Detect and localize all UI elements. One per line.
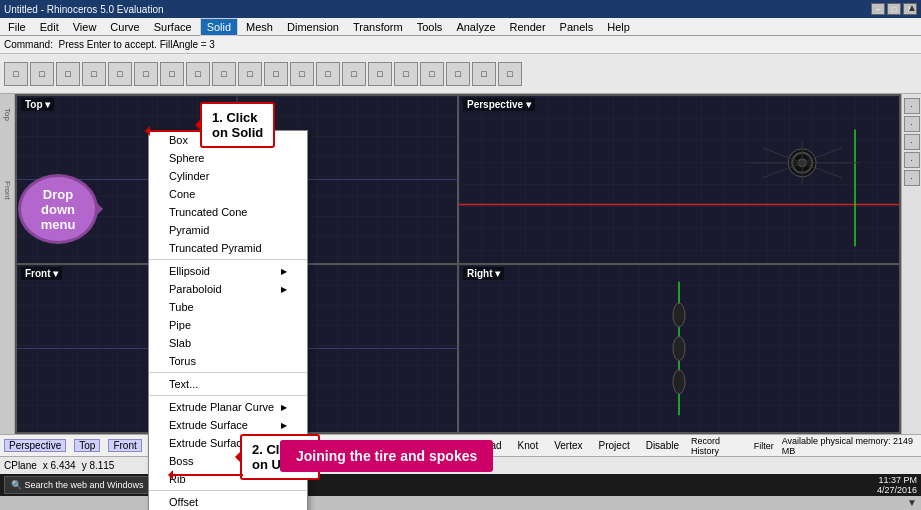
separator-2 — [149, 372, 307, 373]
menu-item-pipe[interactable]: Pipe — [149, 316, 307, 334]
status-vertex[interactable]: Vertex — [550, 440, 586, 451]
right-btn-2[interactable]: · — [904, 116, 920, 132]
toolbar-btn-10[interactable]: □ — [238, 62, 262, 86]
callout-click-solid: 1. Click on Solid — [200, 102, 275, 148]
arrow-to-union — [168, 460, 248, 490]
title-bar: Untitled - Rhinoceros 5.0 Evaluation − □… — [0, 0, 921, 18]
scroll-down[interactable]: ▼ — [907, 497, 917, 508]
minimize-button[interactable]: − — [871, 3, 885, 15]
menu-solid[interactable]: Solid — [200, 18, 238, 36]
svg-point-22 — [673, 303, 685, 327]
svg-point-24 — [673, 370, 685, 394]
viewport-perspective-label: Perspective ▾ — [463, 98, 535, 111]
menu-item-sphere[interactable]: Sphere — [149, 149, 307, 167]
toolbar: □ □ □ □ □ □ □ □ □ □ □ □ □ □ □ □ □ □ □ □ — [0, 54, 921, 94]
command-bar: Command: Press Enter to accept. FillAngl… — [0, 36, 921, 54]
scroll-up[interactable]: ▲ — [907, 2, 917, 13]
toolbar-btn-16[interactable]: □ — [394, 62, 418, 86]
status-knot[interactable]: Knot — [514, 440, 543, 451]
viewport-right[interactable]: Right ▾ — [459, 265, 899, 432]
toolbar-btn-12[interactable]: □ — [290, 62, 314, 86]
callout-dropdown-text: Drop down menu — [33, 187, 83, 232]
toolbar-btn-5[interactable]: □ — [108, 62, 132, 86]
viewport-perspective[interactable]: Perspective ▾ — [459, 96, 899, 263]
callout-dropdown-bubble: Drop down menu — [18, 174, 98, 244]
menu-item-pyramid[interactable]: Pyramid — [149, 221, 307, 239]
toolbar-btn-14[interactable]: □ — [342, 62, 366, 86]
right-btn-5[interactable]: · — [904, 170, 920, 186]
toolbar-btn-3[interactable]: □ — [56, 62, 80, 86]
menu-item-torus[interactable]: Torus — [149, 352, 307, 370]
toolbar-btn-6[interactable]: □ — [134, 62, 158, 86]
toolbar-btn-1[interactable]: □ — [4, 62, 28, 86]
y-coord: y 8.115 — [82, 460, 115, 471]
menu-analyze[interactable]: Analyze — [450, 18, 501, 36]
clock-date: 4/27/2016 — [877, 485, 917, 495]
status-project[interactable]: Project — [595, 440, 634, 451]
toolbar-btn-18[interactable]: □ — [446, 62, 470, 86]
menu-item-offset[interactable]: Offset — [149, 493, 307, 510]
menu-item-cone[interactable]: Cone — [149, 185, 307, 203]
menu-item-paraboloid[interactable]: Paraboloid ▶ — [149, 280, 307, 298]
menu-item-slab[interactable]: Slab — [149, 334, 307, 352]
status-disable[interactable]: Disable — [642, 440, 683, 451]
toolbar-btn-19[interactable]: □ — [472, 62, 496, 86]
viewport-right-label: Right ▾ — [463, 267, 504, 280]
right-btn-3[interactable]: · — [904, 134, 920, 150]
menu-curve[interactable]: Curve — [104, 18, 145, 36]
menu-mesh[interactable]: Mesh — [240, 18, 279, 36]
maximize-button[interactable]: □ — [887, 3, 901, 15]
right-btn-1[interactable]: · — [904, 98, 920, 114]
menu-item-extrude-surface[interactable]: Extrude Surface ▶ — [149, 416, 307, 434]
menu-item-tube[interactable]: Tube — [149, 298, 307, 316]
menu-panels[interactable]: Panels — [554, 18, 600, 36]
command-text: Press Enter to accept. FillAngle = 3 — [58, 39, 214, 50]
toolbar-btn-11[interactable]: □ — [264, 62, 288, 86]
filter-label[interactable]: Filter — [754, 441, 774, 451]
x-coord: x 6.434 — [43, 460, 76, 471]
toolbar-btn-13[interactable]: □ — [316, 62, 340, 86]
toolbar-btn-17[interactable]: □ — [420, 62, 444, 86]
separator-3 — [149, 395, 307, 396]
menu-item-cylinder[interactable]: Cylinder — [149, 167, 307, 185]
menu-tools[interactable]: Tools — [411, 18, 449, 36]
menu-render[interactable]: Render — [504, 18, 552, 36]
status-top[interactable]: Top — [74, 439, 100, 452]
toolbar-btn-20[interactable]: □ — [498, 62, 522, 86]
status-perspective[interactable]: Perspective — [4, 439, 66, 452]
menu-edit[interactable]: Edit — [34, 18, 65, 36]
toolbar-btn-4[interactable]: □ — [82, 62, 106, 86]
menu-item-truncated-cone[interactable]: Truncated Cone — [149, 203, 307, 221]
command-label: Command: — [4, 39, 53, 50]
menu-item-truncated-pyramid[interactable]: Truncated Pyramid — [149, 239, 307, 257]
menu-help[interactable]: Help — [601, 18, 636, 36]
right-toolbar: · · · · · — [901, 94, 921, 434]
arrow-to-solid — [145, 116, 205, 146]
window-title: Untitled - Rhinoceros 5.0 Evaluation — [4, 4, 164, 15]
left-sidebar: Top Front — [0, 94, 15, 434]
taskbar-clock: 11:37 PM 4/27/2016 — [877, 475, 917, 495]
menu-item-text[interactable]: Text... — [149, 375, 307, 393]
menu-file[interactable]: File — [2, 18, 32, 36]
menu-bar: File Edit View Curve Surface Solid Mesh … — [0, 18, 921, 36]
record-history[interactable]: Record History — [691, 436, 746, 456]
callout-solid-line1: 1. Click — [212, 110, 258, 125]
menu-view[interactable]: View — [67, 18, 103, 36]
toolbar-btn-2[interactable]: □ — [30, 62, 54, 86]
menu-surface[interactable]: Surface — [148, 18, 198, 36]
status-front[interactable]: Front — [108, 439, 141, 452]
clock-time: 11:37 PM — [877, 475, 917, 485]
separator-1 — [149, 259, 307, 260]
toolbar-btn-8[interactable]: □ — [186, 62, 210, 86]
taskbar-search[interactable]: 🔍 Search the web and Windows — [4, 476, 151, 494]
menu-transform[interactable]: Transform — [347, 18, 409, 36]
menu-item-extrude-planar[interactable]: Extrude Planar Curve ▶ — [149, 398, 307, 416]
right-btn-4[interactable]: · — [904, 152, 920, 168]
taskbar: Joining the tire and spokes 🔍 Search the… — [0, 474, 921, 496]
toolbar-btn-15[interactable]: □ — [368, 62, 392, 86]
svg-marker-26 — [145, 126, 150, 136]
toolbar-btn-9[interactable]: □ — [212, 62, 236, 86]
toolbar-btn-7[interactable]: □ — [160, 62, 184, 86]
menu-dimension[interactable]: Dimension — [281, 18, 345, 36]
menu-item-ellipsoid[interactable]: Ellipsoid ▶ — [149, 262, 307, 280]
